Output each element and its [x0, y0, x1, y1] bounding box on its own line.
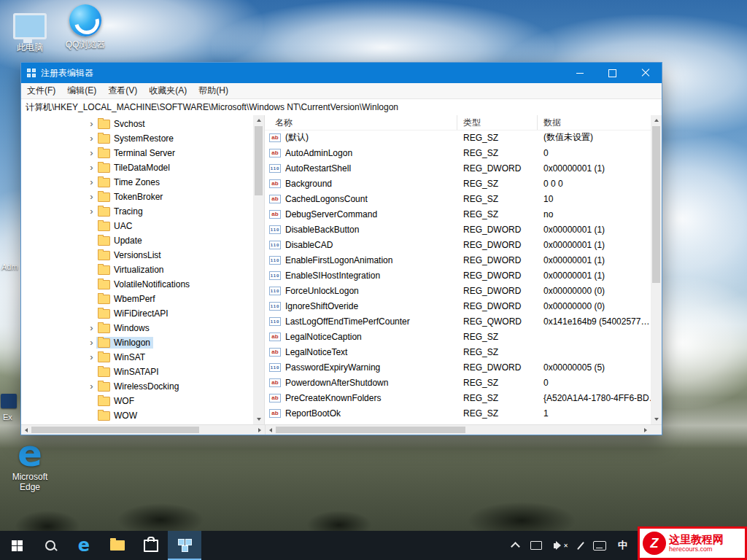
- menu-view[interactable]: 查看(V): [102, 83, 143, 98]
- tree-item-winlogon-selected[interactable]: Winlogon: [21, 335, 253, 350]
- scrollbar-thumb[interactable]: [255, 126, 263, 195]
- close-button[interactable]: [629, 63, 662, 83]
- column-header-data[interactable]: 数据: [538, 115, 662, 130]
- desktop-icon-qq-browser[interactable]: QQ浏览器: [60, 3, 111, 51]
- table-row[interactable]: 110EnableSIHostIntegrationREG_DWORD0x000…: [265, 268, 651, 283]
- scroll-down-arrow[interactable]: [253, 415, 264, 424]
- chevron-right-icon[interactable]: [87, 382, 96, 391]
- tree-item-volatilenotifications[interactable]: VolatileNotifications: [21, 277, 253, 292]
- table-row[interactable]: abDebugServerCommandREG_SZno: [265, 206, 651, 222]
- tray-volume-muted-icon[interactable]: ✕: [554, 541, 568, 550]
- menu-help[interactable]: 帮助(H): [193, 83, 234, 98]
- scroll-right-arrow[interactable]: [641, 425, 651, 435]
- table-row[interactable]: 110AutoRestartShellREG_DWORD0x00000001 (…: [265, 160, 651, 176]
- tray-keyboard-icon[interactable]: [593, 541, 606, 551]
- desktop-icon-partial[interactable]: Ex: [3, 413, 12, 421]
- list-vertical-scrollbar[interactable]: [651, 115, 662, 424]
- tray-chevron-up-icon[interactable]: [511, 542, 520, 551]
- chevron-right-icon[interactable]: [87, 353, 96, 362]
- tree-vertical-scrollbar[interactable]: [253, 115, 264, 424]
- tree-item-windows[interactable]: Windows: [21, 321, 253, 335]
- tree-item-systemrestore[interactable]: SystemRestore: [21, 131, 253, 146]
- table-row[interactable]: 110IgnoreShiftOverideREG_DWORD0x00000000…: [265, 298, 651, 314]
- tree-item-uac[interactable]: UAC: [21, 219, 253, 233]
- desktop-icon-edge[interactable]: e Microsoft Edge: [4, 436, 55, 492]
- scrollbar-thumb[interactable]: [276, 427, 465, 433]
- tree-item-time-zones[interactable]: Time Zones: [21, 175, 253, 190]
- address-bar[interactable]: 计算机\HKEY_LOCAL_MACHINE\SOFTWARE\Microsof…: [21, 98, 662, 116]
- table-row[interactable]: 110ForceUnlockLogonREG_DWORD0x00000000 (…: [265, 283, 651, 298]
- maximize-button[interactable]: [596, 63, 629, 83]
- table-row[interactable]: abCachedLogonsCountREG_SZ10: [265, 191, 651, 206]
- tree-item-terminal-server[interactable]: Terminal Server: [21, 146, 253, 160]
- tree-item-versionslist[interactable]: VersionsList: [21, 248, 253, 262]
- chevron-right-icon[interactable]: [87, 163, 96, 172]
- tree-item-wifidirectapi[interactable]: WiFiDirectAPI: [21, 306, 253, 321]
- scroll-down-arrow[interactable]: [651, 415, 662, 424]
- scroll-left-arrow[interactable]: [266, 425, 275, 435]
- desktop-icon-this-pc[interactable]: 此电脑: [4, 6, 55, 54]
- scroll-up-arrow[interactable]: [253, 115, 264, 125]
- scrollbar-thumb[interactable]: [31, 427, 199, 433]
- menu-favorites[interactable]: 收藏夹(A): [143, 83, 193, 98]
- taskbar-regedit-button-active[interactable]: [168, 531, 201, 560]
- chevron-right-icon[interactable]: [87, 134, 96, 143]
- column-header-type[interactable]: 类型: [457, 115, 538, 130]
- minimize-button[interactable]: [563, 63, 596, 83]
- scroll-right-arrow[interactable]: [255, 425, 265, 435]
- list-horizontal-scrollbar[interactable]: [266, 425, 651, 435]
- table-row[interactable]: abLegalNoticeCaptionREG_SZ: [265, 329, 651, 344]
- taskbar-search-button[interactable]: [34, 531, 67, 560]
- tree-horizontal-scrollbar[interactable]: [21, 425, 266, 435]
- tree-item-tokenbroker[interactable]: TokenBroker: [21, 190, 253, 204]
- menu-file[interactable]: 文件(F): [21, 83, 61, 98]
- tree-item-wbemperf[interactable]: WbemPerf: [21, 292, 253, 306]
- taskbar-edge-button[interactable]: e: [67, 531, 101, 560]
- tray-ime-indicator[interactable]: 中: [618, 539, 627, 552]
- tree-item-virtualization[interactable]: Virtualization: [21, 262, 253, 277]
- table-row[interactable]: 110DisableBackButtonREG_DWORD0x00000001 …: [265, 222, 651, 237]
- table-row[interactable]: ab(默认)REG_SZ(数值未设置): [265, 130, 651, 145]
- tree-item-wow[interactable]: WOW: [21, 408, 253, 423]
- tree-item-tiledatamodel[interactable]: TileDataModel: [21, 160, 253, 175]
- tray-display-icon[interactable]: [530, 541, 542, 550]
- desktop-icon-partial-glyph[interactable]: [1, 394, 17, 408]
- chevron-right-icon[interactable]: [87, 207, 96, 216]
- table-row[interactable]: abBackgroundREG_SZ0 0 0: [265, 176, 651, 191]
- bottom-scrollbars: [21, 424, 662, 435]
- scroll-up-arrow[interactable]: [651, 115, 662, 125]
- tree-item-tracing[interactable]: Tracing: [21, 204, 253, 219]
- scroll-left-arrow[interactable]: [21, 425, 31, 435]
- table-row[interactable]: 110PasswordExpiryWarningREG_DWORD0x00000…: [265, 359, 651, 375]
- table-row[interactable]: abPreCreateKnownFoldersREG_SZ{A520A1A4-1…: [265, 390, 651, 405]
- tree-item-svchost[interactable]: Svchost: [21, 117, 253, 131]
- chevron-right-icon[interactable]: [87, 192, 96, 201]
- tree-item-winsatapi[interactable]: WinSATAPI: [21, 365, 253, 379]
- start-button[interactable]: [0, 531, 34, 560]
- tree-item-wirelessdocking[interactable]: WirelessDocking: [21, 379, 253, 394]
- scrollbar-thumb[interactable]: [652, 126, 660, 283]
- table-row[interactable]: abLegalNoticeTextREG_SZ: [265, 344, 651, 359]
- table-row[interactable]: 110DisableCADREG_DWORD0x00000001 (1): [265, 237, 651, 252]
- table-row[interactable]: abAutoAdminLogonREG_SZ0: [265, 145, 651, 160]
- chevron-right-icon[interactable]: [87, 149, 96, 158]
- tree-item-winsat[interactable]: WinSAT: [21, 350, 253, 365]
- chevron-right-icon[interactable]: [87, 120, 96, 128]
- table-row[interactable]: 110EnableFirstLogonAnimationREG_DWORD0x0…: [265, 252, 651, 268]
- taskbar-store-button[interactable]: [134, 531, 168, 560]
- menu-edit[interactable]: 编辑(E): [61, 83, 102, 98]
- tray-pen-icon[interactable]: [577, 541, 584, 549]
- chevron-right-icon[interactable]: [87, 178, 96, 187]
- desktop-icon-partial[interactable]: Adm: [1, 262, 18, 271]
- table-row[interactable]: abPowerdownAfterShutdownREG_SZ0: [265, 375, 651, 390]
- value-data: no: [538, 209, 651, 219]
- chevron-right-icon[interactable]: [87, 324, 96, 332]
- chevron-right-icon[interactable]: [87, 338, 96, 347]
- window-titlebar[interactable]: 注册表编辑器: [21, 63, 662, 83]
- tree-item-update[interactable]: Update: [21, 233, 253, 248]
- table-row[interactable]: abReportBootOkREG_SZ1: [265, 405, 651, 421]
- tree-item-wof[interactable]: WOF: [21, 394, 253, 408]
- table-row[interactable]: 110LastLogOffEndTimePerfCounterREG_QWORD…: [265, 314, 651, 329]
- taskbar-file-explorer-button[interactable]: [101, 531, 134, 560]
- column-header-name[interactable]: 名称: [265, 115, 457, 130]
